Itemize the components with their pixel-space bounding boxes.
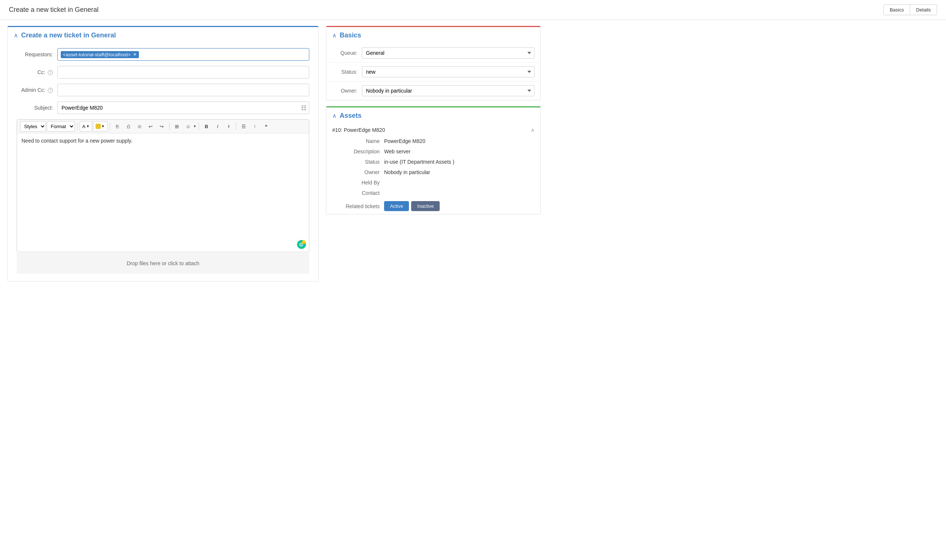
- asset-status-label: Status: [332, 159, 384, 165]
- owner-select[interactable]: Nobody in particular: [362, 85, 534, 96]
- cc-help-icon[interactable]: ?: [48, 70, 53, 75]
- queue-label: Queue:: [332, 50, 362, 56]
- asset-owner-label: Owner: [332, 169, 384, 175]
- create-ticket-section-body: Requestors: <asset-tutorial-staff@localh…: [8, 44, 318, 281]
- editor-toolbar: Styles Format A ▼ ▼: [17, 120, 309, 133]
- copy-button[interactable]: ⎘: [112, 121, 123, 131]
- basics-section-header: ∧ Basics: [326, 27, 540, 44]
- toolbar-divider-4: [198, 123, 199, 130]
- queue-select[interactable]: General: [362, 48, 534, 58]
- editor-content-area[interactable]: Need to contact support for a new power …: [17, 133, 309, 252]
- strikethrough-button[interactable]: I: [223, 121, 234, 131]
- paste-plain-button[interactable]: ⎚: [134, 121, 145, 131]
- assets-section-body: #10: PowerEdge M820 ∧ Name PowerEdge M82…: [326, 124, 540, 214]
- requestors-tag: <asset-tutorial-staff@localhost> ✕: [61, 51, 139, 58]
- requestors-label: Requestors:: [17, 51, 57, 57]
- admin-cc-input[interactable]: [57, 84, 309, 96]
- owner-label: Owner:: [332, 88, 362, 94]
- svg-point-2: [302, 240, 306, 244]
- bold-button[interactable]: B: [201, 121, 211, 131]
- styles-select[interactable]: Styles: [20, 121, 46, 131]
- admin-cc-help-icon[interactable]: ?: [48, 88, 53, 93]
- create-ticket-section-header: ∧ Create a new ticket in General: [8, 27, 318, 44]
- emoji-button[interactable]: ☺: [183, 121, 193, 131]
- grammarly-icon: G: [297, 240, 306, 249]
- cc-input[interactable]: [57, 66, 309, 78]
- basics-tab-button[interactable]: Basics: [883, 5, 910, 15]
- undo-button[interactable]: ↩: [146, 121, 156, 131]
- asset-name-row: #10: PowerEdge M820 ∧: [326, 124, 540, 136]
- ordered-list-button[interactable]: ☰: [238, 121, 249, 131]
- blockquote-button[interactable]: ❝: [261, 121, 271, 131]
- format-select[interactable]: Format: [47, 121, 75, 131]
- asset-name-value: PowerEdge M820: [384, 138, 534, 144]
- requestors-input[interactable]: <asset-tutorial-staff@localhost> ✕: [57, 48, 309, 61]
- asset-name-label: Name: [332, 138, 384, 144]
- toolbar-divider-3: [169, 123, 170, 130]
- basics-collapse-icon[interactable]: ∧: [332, 32, 337, 39]
- bg-color-swatch: [95, 124, 101, 129]
- basics-section: ∧ Basics Queue: General Status: new: [326, 26, 541, 100]
- admin-cc-label: Admin Cc: ?: [17, 87, 57, 93]
- cc-row: Cc: ?: [17, 66, 309, 78]
- asset-contact-label: Contact: [332, 190, 384, 196]
- right-panel: ∧ Basics Queue: General Status: new: [326, 26, 541, 288]
- table-button[interactable]: ⊞: [172, 121, 182, 131]
- asset-status-row: Status in-use (IT Department Assets ): [326, 157, 540, 167]
- tag-remove-icon[interactable]: ✕: [133, 52, 137, 57]
- bg-color-dropdown-icon: ▼: [102, 125, 105, 128]
- asset-name-detail-row: Name PowerEdge M820: [326, 136, 540, 146]
- assets-collapse-icon[interactable]: ∧: [332, 112, 337, 119]
- related-tickets-row: Related tickets Active Inactive: [326, 198, 540, 214]
- basics-section-title: Basics: [340, 31, 361, 39]
- page-header: Create a new ticket in General Basics De…: [0, 0, 946, 20]
- asset-owner-row: Owner Nobody in particular: [326, 167, 540, 177]
- header-button-group: Basics Details: [883, 5, 937, 15]
- toolbar-divider-2: [110, 123, 110, 130]
- asset-status-value: in-use (IT Department Assets ): [384, 159, 534, 165]
- cc-label: Cc: ?: [17, 69, 57, 75]
- active-tickets-button[interactable]: Active: [384, 201, 409, 211]
- asset-id-name: #10: PowerEdge M820: [332, 127, 385, 133]
- subject-input-wrapper: ☷: [57, 102, 309, 114]
- details-tab-button[interactable]: Details: [910, 5, 937, 15]
- basics-section-body: Queue: General Status: new Owner: Nobody…: [326, 44, 540, 100]
- bg-color-button[interactable]: ▼: [93, 121, 108, 131]
- toolbar-divider-5: [236, 123, 236, 130]
- italic-button[interactable]: I: [212, 121, 223, 131]
- file-drop-zone[interactable]: Drop files here or click to attach: [17, 253, 309, 274]
- inactive-tickets-button[interactable]: Inactive: [411, 201, 440, 211]
- asset-held-by-row: Held By: [326, 177, 540, 188]
- create-ticket-section: ∧ Create a new ticket in General Request…: [8, 26, 318, 282]
- editor-wrapper: Styles Format A ▼ ▼: [17, 119, 309, 252]
- assets-section: ∧ Assets #10: PowerEdge M820 ∧ Name Powe…: [326, 106, 541, 214]
- subject-label: Subject:: [17, 105, 57, 111]
- status-label: Status:: [332, 69, 362, 75]
- assets-section-header: ∧ Assets: [326, 108, 540, 124]
- subject-input[interactable]: [57, 102, 309, 114]
- toolbar-divider-1: [77, 123, 77, 130]
- status-select[interactable]: new: [362, 66, 534, 77]
- asset-description-label: Description: [332, 149, 384, 154]
- subject-list-icon[interactable]: ☷: [301, 105, 306, 111]
- unordered-list-button[interactable]: ⁝: [250, 121, 260, 131]
- left-panel: ∧ Create a new ticket in General Request…: [8, 26, 318, 288]
- status-row: Status: new: [326, 63, 540, 82]
- related-tickets-label: Related tickets: [332, 203, 384, 209]
- owner-row: Owner: Nobody in particular: [326, 82, 540, 100]
- collapse-icon[interactable]: ∧: [14, 32, 18, 39]
- asset-collapse-icon[interactable]: ∧: [531, 127, 534, 133]
- admin-cc-row: Admin Cc: ?: [17, 84, 309, 96]
- requestors-row: Requestors: <asset-tutorial-staff@localh…: [17, 48, 309, 61]
- paste-button[interactable]: ⎙: [123, 121, 134, 131]
- assets-section-title: Assets: [340, 112, 361, 120]
- font-color-button[interactable]: A ▼: [80, 121, 92, 131]
- main-content: ∧ Create a new ticket in General Request…: [0, 20, 946, 293]
- redo-button[interactable]: ↪: [157, 121, 167, 131]
- font-color-dropdown-icon: ▼: [86, 125, 90, 128]
- subject-row: Subject: ☷: [17, 102, 309, 114]
- asset-description-value: Web server: [384, 149, 534, 154]
- asset-owner-value: Nobody in particular: [384, 169, 534, 175]
- queue-row: Queue: General: [326, 44, 540, 63]
- page-title: Create a new ticket in General: [9, 6, 98, 14]
